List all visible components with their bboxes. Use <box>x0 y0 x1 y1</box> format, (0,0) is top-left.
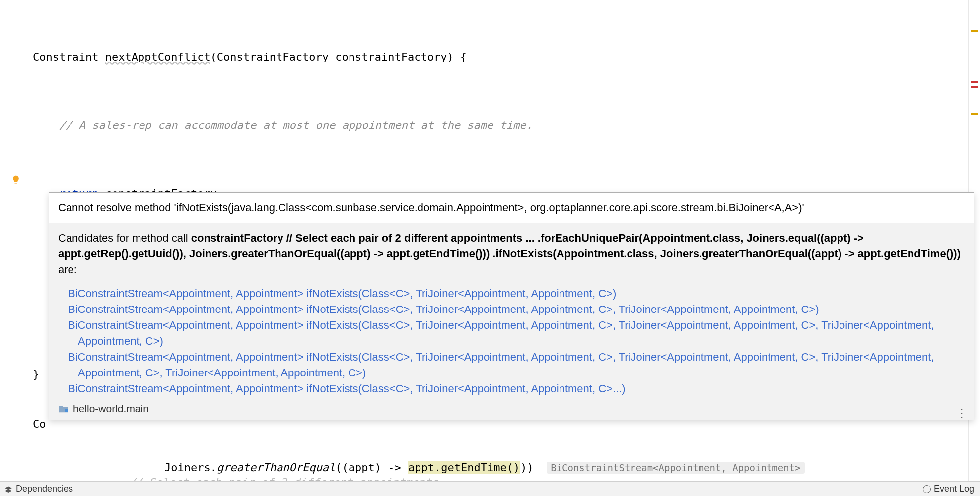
svg-rect-0 <box>65 409 68 412</box>
status-bar: Dependencies Event Log <box>0 481 980 496</box>
candidate-item[interactable]: BiConstraintStream<Appointment, Appointm… <box>68 349 965 381</box>
highlighted-expression: appt.getEndTime() <box>408 461 520 474</box>
error-marker[interactable] <box>971 86 978 88</box>
code-text: (ConstraintFactory constraintFactory) { <box>210 51 467 63</box>
warning-marker[interactable] <box>971 30 978 32</box>
candidate-item[interactable]: BiConstraintStream<Appointment, Appointm… <box>68 381 965 397</box>
code-fragment: Co <box>33 418 46 430</box>
code-text: Joiners. <box>164 461 217 474</box>
tooltip-intro-tail: are: <box>58 263 77 276</box>
tooltip-candidates: Candidates for method call constraintFac… <box>49 223 974 401</box>
event-log-icon <box>923 485 931 493</box>
candidate-item[interactable]: BiConstraintStream<Appointment, Appointm… <box>68 286 965 302</box>
event-log-tool[interactable]: Event Log <box>923 484 980 494</box>
code-text: )) <box>520 461 534 474</box>
layers-icon <box>4 486 13 493</box>
intention-bulb-icon[interactable] <box>11 175 21 185</box>
tooltip-error-message: Cannot resolve method 'ifNotExists(java.… <box>49 193 974 223</box>
tooltip-call-bold: constraintFactory // Select each pair of… <box>58 232 961 260</box>
module-name: hello-world.main <box>73 403 149 415</box>
tooltip-footer: hello-world.main ⋮ <box>49 401 974 420</box>
code-comment: // A sales-rep can accommodate at most o… <box>59 119 533 131</box>
event-log-label: Event Log <box>934 484 974 494</box>
dependencies-label: Dependencies <box>16 484 73 494</box>
candidate-item[interactable]: BiConstraintStream<Appointment, Appointm… <box>68 302 965 317</box>
type-hint: BiConstraintStream<Appointment, Appointm… <box>547 462 804 474</box>
static-method: greaterThanOrEqual <box>217 461 335 474</box>
dependencies-tool[interactable]: Dependencies <box>0 484 73 494</box>
code-text: ((appt) -> <box>335 461 408 474</box>
tooltip-intro: Candidates for method call <box>58 232 191 244</box>
candidate-item[interactable]: BiConstraintStream<Appointment, Appointm… <box>68 317 965 349</box>
code-text: Constraint <box>33 51 105 63</box>
error-tooltip: Cannot resolve method 'ifNotExists(java.… <box>49 192 974 420</box>
editor-gutter <box>0 0 30 481</box>
method-name: nextApptConflict <box>105 51 210 63</box>
closing-brace: } <box>33 368 39 380</box>
warning-marker[interactable] <box>971 113 978 115</box>
more-actions-icon[interactable]: ⋮ <box>956 411 968 416</box>
module-folder-icon <box>58 404 69 413</box>
error-marker[interactable] <box>971 81 978 83</box>
